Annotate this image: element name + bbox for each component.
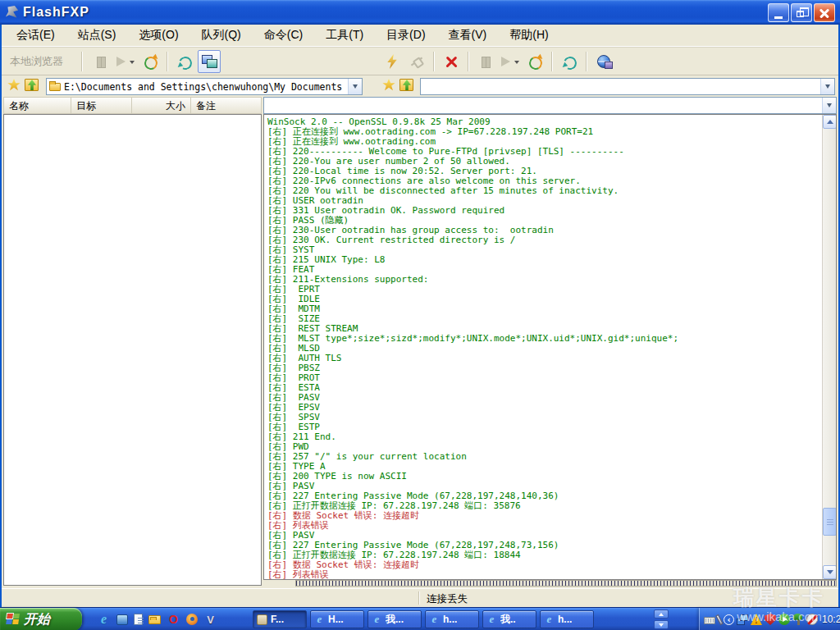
toolbar-button[interactable] bbox=[381, 50, 404, 73]
menu-item[interactable]: 目录(D) bbox=[375, 25, 436, 45]
toolbar-separator bbox=[468, 52, 469, 71]
log-line: [右] SPSV bbox=[267, 413, 822, 422]
language-icon[interactable] bbox=[724, 614, 734, 625]
menu-item[interactable]: 命令(C) bbox=[253, 25, 314, 45]
remote-list-combo[interactable] bbox=[263, 97, 837, 114]
opera-icon[interactable] bbox=[167, 613, 180, 627]
menu-item[interactable]: 选项(O) bbox=[127, 25, 189, 45]
log-line: [右] IDLE bbox=[267, 294, 822, 304]
scroll-down-button[interactable] bbox=[823, 565, 837, 579]
toolbar-button[interactable] bbox=[558, 50, 581, 73]
web-icon bbox=[597, 55, 610, 68]
toolbar-button[interactable] bbox=[474, 50, 497, 73]
remote-favorites-star-icon[interactable] bbox=[382, 79, 395, 91]
arrow-down-icon bbox=[827, 570, 833, 574]
column-header[interactable]: 大小 bbox=[132, 98, 191, 113]
toolbar-button[interactable] bbox=[430, 50, 438, 73]
log-line: [右] 数据 Socket 错误: 连接超时 bbox=[267, 560, 822, 570]
log-scrollbar[interactable] bbox=[822, 115, 836, 579]
quick-launch-bar bbox=[92, 608, 222, 630]
toolbar-button[interactable] bbox=[163, 50, 171, 73]
taskbar-window-button[interactable]: 我.. bbox=[482, 610, 536, 628]
folder-icon[interactable] bbox=[148, 615, 161, 624]
log-line: [右] ESTA bbox=[267, 383, 822, 393]
resume-icon bbox=[501, 56, 519, 67]
shield-icon[interactable] bbox=[765, 614, 776, 625]
toolbar-button[interactable] bbox=[114, 50, 137, 73]
network-icon[interactable] bbox=[737, 614, 748, 625]
taskbar-window-button[interactable]: h... bbox=[540, 610, 594, 628]
document-icon[interactable] bbox=[134, 614, 143, 625]
local-up-directory-icon[interactable] bbox=[25, 79, 39, 91]
remote-path-dropdown[interactable] bbox=[820, 79, 834, 94]
scan-icon[interactable] bbox=[778, 614, 790, 625]
media-player-icon[interactable] bbox=[203, 613, 217, 627]
log-line: [右] PASV bbox=[267, 393, 822, 403]
tree-icon[interactable] bbox=[792, 614, 804, 625]
taskband-scroll-down-button[interactable] bbox=[654, 620, 669, 629]
menu-item[interactable]: 帮助(H) bbox=[498, 25, 559, 45]
toolbar-button[interactable] bbox=[198, 50, 221, 73]
queue-column-headers: 名称目标大小备注 bbox=[3, 97, 262, 114]
taskbar-button-icon bbox=[544, 614, 555, 625]
menu-item[interactable]: 队列(Q) bbox=[190, 25, 253, 45]
blocked-clock-icon[interactable] bbox=[806, 614, 818, 625]
keyboard-icon[interactable] bbox=[704, 617, 715, 624]
restore-icon bbox=[797, 11, 804, 17]
alert-icon[interactable] bbox=[751, 614, 762, 625]
taskbar-button-label: 我.. bbox=[500, 613, 516, 627]
toolbar-button[interactable] bbox=[548, 50, 556, 73]
log-line: [右] 列表错误 bbox=[267, 521, 822, 531]
restore-button[interactable] bbox=[791, 3, 812, 22]
local-path-dropdown[interactable] bbox=[348, 79, 362, 94]
toolbar-button[interactable] bbox=[523, 50, 546, 73]
column-header[interactable]: 目标 bbox=[71, 98, 132, 113]
column-header[interactable]: 名称 bbox=[4, 98, 71, 113]
titlebar[interactable]: FlashFXP bbox=[0, 0, 840, 25]
firefox-icon[interactable] bbox=[186, 614, 198, 625]
taskbar-window-button[interactable]: H... bbox=[310, 610, 364, 628]
messenger-icon[interactable] bbox=[116, 614, 128, 625]
queue-list[interactable] bbox=[3, 114, 262, 586]
column-header[interactable]: 备注 bbox=[191, 98, 261, 113]
toolbar-button[interactable] bbox=[89, 50, 112, 73]
taskband-scroll-up-button[interactable] bbox=[654, 609, 669, 619]
taskbar-window-button[interactable]: h... bbox=[425, 610, 479, 628]
toolbar-button[interactable] bbox=[440, 50, 463, 73]
menu-item[interactable]: 工具(T) bbox=[314, 25, 375, 45]
taskbar-window-button[interactable]: F... bbox=[253, 610, 307, 628]
local-path-combo[interactable]: E:\Documents and Settings\chenwuhong\My … bbox=[46, 78, 363, 95]
menu-item[interactable]: 查看(V) bbox=[437, 25, 499, 45]
ie-icon[interactable] bbox=[97, 613, 111, 627]
menu-item[interactable]: 会话(E) bbox=[5, 25, 66, 45]
pen-icon[interactable] bbox=[715, 614, 724, 624]
toolbar-button[interactable] bbox=[499, 50, 522, 73]
remote-list-dropdown[interactable] bbox=[822, 98, 836, 113]
desktop: FlashFXP 会话(E)站点(S)选项(O)队列(Q)命令(C)工具(T)目… bbox=[0, 0, 840, 630]
session-log[interactable]: WinSock 2.0 -- OpenSSL 0.9.8k 25 Mar 200… bbox=[263, 114, 837, 580]
log-line: [右] MDTM bbox=[267, 304, 822, 314]
log-line: [右] 211-Extensions supported: bbox=[267, 275, 822, 285]
log-lines: WinSock 2.0 -- OpenSSL 0.9.8k 25 Mar 200… bbox=[264, 115, 822, 579]
taskbar-button-icon bbox=[314, 614, 325, 625]
toolbar-button[interactable] bbox=[139, 50, 162, 73]
remote-up-directory-icon[interactable] bbox=[399, 79, 413, 91]
taskbar-window-button[interactable]: 我... bbox=[368, 610, 422, 628]
log-line: [右] EPSV bbox=[267, 403, 822, 413]
toolbar-button[interactable] bbox=[405, 50, 428, 73]
toolbar-button[interactable] bbox=[464, 50, 472, 73]
menu-item[interactable]: 站点(S) bbox=[66, 25, 128, 45]
clock[interactable]: 10:25 bbox=[822, 614, 840, 625]
flashfxp-app-icon bbox=[5, 6, 19, 19]
local-favorites-star-icon[interactable] bbox=[7, 79, 21, 91]
close-button[interactable] bbox=[814, 3, 835, 22]
toolbar-button[interactable] bbox=[592, 50, 615, 73]
toolbar-button[interactable] bbox=[173, 50, 196, 73]
minimize-button[interactable] bbox=[768, 3, 789, 22]
log-line: [右] 215 UNIX Type: L8 bbox=[267, 255, 822, 265]
scrollbar-thumb[interactable] bbox=[823, 508, 837, 536]
start-button[interactable]: 开始 bbox=[0, 608, 82, 630]
remote-path-combo[interactable] bbox=[420, 78, 835, 95]
toolbar-button[interactable] bbox=[582, 50, 591, 73]
scroll-up-button[interactable] bbox=[823, 115, 837, 129]
